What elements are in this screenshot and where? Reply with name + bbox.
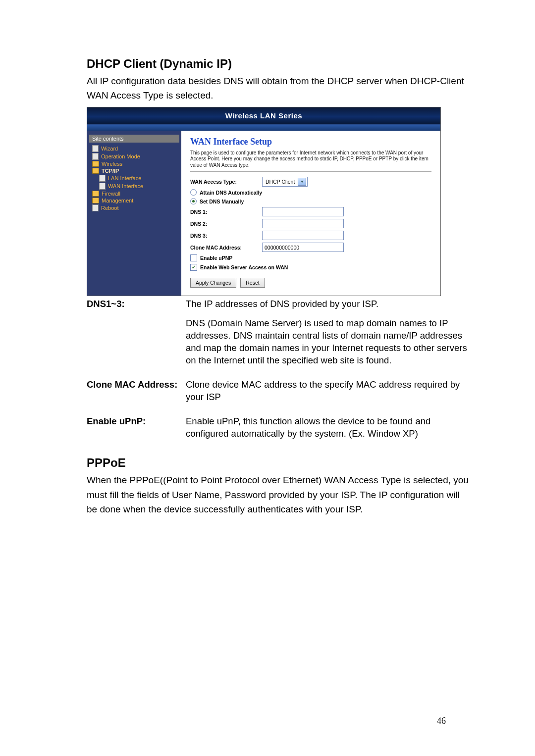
folder-icon [92,168,99,174]
sidebar-item-management[interactable]: Management [92,197,177,204]
panel-title: WAN Interface Setup [190,137,431,147]
router-ui-screenshot: Wireless LAN Series Site contents Wizard… [87,107,441,297]
checkbox-label: Enable Web Server Access on WAN [200,264,288,270]
definition-list: DNS1~3: The IP addresses of DNS provided… [87,298,471,447]
row-dns2: DNS 2: [190,219,431,228]
row-clone-mac: Clone MAC Address: [190,243,431,252]
sidebar-item-wizard[interactable]: Wizard [92,145,177,152]
radio-set-dns-manually[interactable]: Set DNS Manually [190,198,431,204]
checkbox-enable-upnp[interactable]: Enable uPNP [190,254,431,261]
sidebar-item-lan-interface[interactable]: LAN Interface [99,174,177,182]
row-wan-access-type: WAN Access Type: DHCP Client [190,177,431,187]
def-body-text: Clone device MAC address to the specify … [186,379,471,403]
def-row-dns: DNS1~3: The IP addresses of DNS provided… [87,298,471,374]
def-body-text: The IP addresses of DNS provided by your… [186,298,471,310]
select-wan-access-type[interactable]: DHCP Client [262,177,308,187]
def-row-enable-upnp: Enable uPnP: Enable uPnP, this function … [87,415,471,447]
doc-icon [99,175,106,182]
sidebar-item-label: Operation Mode [101,153,140,159]
screenshot-header: Wireless LAN Series [87,107,440,125]
sidebar-item-label: LAN Interface [108,175,141,181]
sidebar-item-label: Management [102,198,133,203]
radio-icon [190,189,197,196]
def-body-dns: The IP addresses of DNS provided by your… [186,298,471,374]
config-panel: WAN Interface Setup This page is used to… [181,131,440,296]
button-row: Apply Changes Reset [190,278,431,288]
chevron-down-icon [298,178,306,186]
screenshot-body: Site contents Wizard Operation Mode Wire… [87,131,440,296]
section-intro-dhcp: All IP configuration data besides DNS wi… [87,74,471,103]
section-title-pppoe: PPPoE [87,456,471,470]
sidebar-item-firewall[interactable]: Firewall [92,190,177,197]
sidebar-item-label: Wizard [101,146,118,151]
input-dns2[interactable] [262,219,344,228]
input-dns3[interactable] [262,231,344,240]
sidebar-item-label: Reboot [101,205,118,211]
def-body-enable-upnp: Enable uPnP, this function allows the de… [186,415,471,447]
def-body-clone-mac: Clone device MAC address to the specify … [186,379,471,410]
radio-label: Set DNS Manually [200,199,244,204]
sidebar-item-reboot[interactable]: Reboot [92,204,177,212]
screenshot-band [87,125,440,131]
sidebar-item-label: WAN Interface [108,183,143,189]
folder-icon [92,161,99,167]
label-dns1: DNS 1: [190,209,262,215]
def-term-dns: DNS1~3: [87,298,186,310]
checkbox-enable-web-server-wan[interactable]: ✓ Enable Web Server Access on WAN [190,264,431,271]
doc-icon [99,183,106,190]
sidebar-item-label: Wireless [102,161,122,167]
doc-icon [92,153,99,160]
checkbox-label: Enable uPNP [200,255,232,261]
label-dns2: DNS 2: [190,221,262,227]
section-title-dhcp: DHCP Client (Dynamic IP) [87,57,471,71]
section-intro-pppoe: When the PPPoE((Point to Point Protocol … [87,473,471,516]
sidebar-root: Site contents [89,135,179,143]
page-number: 46 [437,716,446,726]
label-dns3: DNS 3: [190,233,262,239]
folder-icon [92,191,99,197]
document-page: DHCP Client (Dynamic IP) All IP configur… [0,0,535,756]
radio-icon [190,198,197,204]
reset-button[interactable]: Reset [240,278,265,288]
def-term-clone-mac: Clone MAC Address: [87,379,186,391]
sidebar-item-wan-interface[interactable]: WAN Interface [99,182,177,190]
radio-label: Attain DNS Automatically [200,190,262,196]
input-clone-mac[interactable] [262,243,344,252]
def-body-text: Enable uPnP, this function allows the de… [186,415,471,440]
sidebar-item-tcpip[interactable]: TCP/IP [92,167,177,174]
sidebar-item-label: TCP/IP [102,168,119,174]
sidebar: Site contents Wizard Operation Mode Wire… [87,131,181,296]
def-body-text: DNS (Domain Name Server) is used to map … [186,317,471,367]
sidebar-item-label: Firewall [102,191,120,197]
checkbox-icon: ✓ [190,264,197,271]
label-wan-access-type: WAN Access Type: [190,179,262,185]
def-term-enable-upnp: Enable uPnP: [87,415,186,428]
folder-icon [92,198,99,203]
row-dns3: DNS 3: [190,231,431,240]
row-dns1: DNS 1: [190,207,431,216]
input-dns1[interactable] [262,207,344,216]
radio-attain-dns[interactable]: Attain DNS Automatically [190,189,431,196]
select-value: DHCP Client [266,179,295,185]
sidebar-item-operation-mode[interactable]: Operation Mode [92,152,177,160]
sidebar-item-wireless[interactable]: Wireless [92,160,177,167]
panel-description: This page is used to configure the param… [190,150,431,169]
checkbox-icon [190,254,197,261]
divider [190,171,431,172]
doc-icon [92,145,99,152]
label-clone-mac: Clone MAC Address: [190,245,262,251]
def-row-clone-mac: Clone MAC Address: Clone device MAC addr… [87,379,471,410]
apply-changes-button[interactable]: Apply Changes [190,278,236,288]
doc-icon [92,204,99,211]
